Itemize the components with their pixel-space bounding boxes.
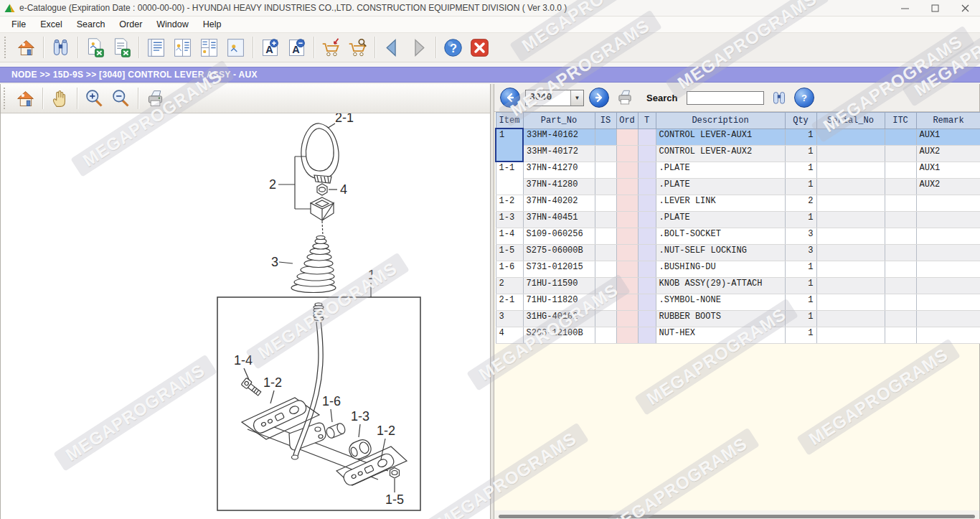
- table-header-row: Item Part_No IS Ord T Description Qty Se…: [496, 113, 980, 129]
- table-row[interactable]: 1-6S731-012015.BUSHING-DU1: [496, 261, 980, 277]
- page-select[interactable]: 3040 ▼: [525, 90, 584, 106]
- close-button[interactable]: [950, 0, 980, 16]
- nav-forward-button[interactable]: [405, 34, 432, 60]
- diagram-canvas[interactable]: 2-1 2 4: [1, 113, 490, 519]
- nav-back-icon: [382, 37, 402, 58]
- pan-button[interactable]: [47, 85, 73, 111]
- diagram-label-nut-bottom: 1-5: [385, 492, 404, 507]
- col-header-ord: Ord: [616, 113, 638, 129]
- cell-is: [595, 327, 616, 343]
- zoom-in-button[interactable]: [81, 85, 108, 111]
- table-row[interactable]: 1-337HN-40451.PLATE1: [496, 211, 980, 228]
- order-search-cart-button[interactable]: [344, 34, 371, 60]
- col-header-itc: ITC: [885, 113, 916, 129]
- table-row[interactable]: 1-137HN-41270.PLATE1AUX1: [496, 162, 980, 178]
- cell-qty: 1: [785, 294, 816, 310]
- menu-order[interactable]: Order: [112, 18, 149, 31]
- table-row[interactable]: 271HU-11590KNOB ASSY(29)-ATTACH1: [496, 277, 980, 294]
- font-increase-button[interactable]: A: [257, 34, 283, 60]
- cell-part-no: 71HU-11590: [523, 277, 595, 294]
- cell-t: [638, 261, 656, 277]
- close-icon: [961, 4, 969, 12]
- cell-t: [638, 310, 656, 327]
- cell-is: [595, 244, 616, 261]
- cell-remark: AUX2: [916, 178, 980, 195]
- table-row[interactable]: 33HM-40172CONTROL LEVER-AUX21AUX2: [496, 145, 980, 162]
- prev-page-button[interactable]: [500, 88, 520, 108]
- home-icon: [15, 88, 36, 109]
- cell-part-no: 33HM-40162: [523, 128, 595, 145]
- cell-ord: [616, 162, 638, 178]
- parts-print-button[interactable]: [614, 87, 636, 108]
- cell-qty: 1: [785, 128, 816, 145]
- diagram-home-button[interactable]: [12, 85, 39, 111]
- table-row[interactable]: 1-237HN-40202.LEVER LINK2: [496, 195, 980, 211]
- menu-window[interactable]: Window: [149, 18, 195, 31]
- menu-file[interactable]: File: [4, 18, 33, 31]
- table-row[interactable]: 1-4S109-060256.BOLT-SOCKET3: [496, 228, 980, 244]
- cart-add-icon: [321, 37, 341, 58]
- font-decrease-button[interactable]: A: [283, 34, 310, 60]
- col-header-item: Item: [496, 113, 523, 129]
- menu-bar: File Excel Search Order Window Help: [0, 17, 980, 33]
- cell-description: RUBBER BOOTS: [656, 310, 785, 327]
- home-button[interactable]: [13, 34, 39, 60]
- chevron-down-icon[interactable]: ▼: [570, 90, 583, 106]
- menu-excel[interactable]: Excel: [33, 18, 70, 31]
- table-row[interactable]: 133HM-40162CONTROL LEVER-AUX11AUX1: [496, 128, 980, 145]
- cell-t: [638, 277, 656, 294]
- cell-item: 1-4: [496, 228, 523, 244]
- cell-remark: AUX1: [916, 162, 980, 178]
- export-list-excel-button[interactable]: [108, 34, 135, 60]
- diagram-print-button[interactable]: [142, 85, 169, 111]
- cell-is: [595, 162, 616, 178]
- parts-search-button[interactable]: [769, 87, 789, 108]
- font-decrease-icon: A: [286, 37, 307, 58]
- cell-serial-no: [816, 195, 885, 211]
- menu-help[interactable]: Help: [196, 18, 229, 31]
- view-split-button[interactable]: [169, 34, 196, 60]
- menu-search[interactable]: Search: [70, 18, 113, 31]
- cell-ord: [616, 195, 638, 211]
- cell-serial-no: [816, 128, 885, 145]
- order-add-cart-button[interactable]: [318, 34, 344, 60]
- view-split-bottom-button[interactable]: [196, 34, 222, 60]
- export-list-excel-icon: [111, 37, 132, 58]
- cell-ord: [616, 211, 638, 228]
- help-icon: ?: [443, 37, 463, 58]
- cell-itc: [885, 327, 916, 343]
- nav-back-button[interactable]: [379, 34, 405, 60]
- table-row[interactable]: 1-5S275-06000B.NUT-SELF LOCKING3: [496, 244, 980, 261]
- cell-remark: [916, 195, 980, 211]
- cell-part-no: 37HN-41270: [523, 162, 595, 178]
- cell-ord: [616, 228, 638, 244]
- cell-ord: [616, 244, 638, 261]
- find-button[interactable]: [47, 34, 74, 60]
- cell-item: 4: [496, 327, 523, 343]
- help-button[interactable]: ?: [440, 34, 466, 60]
- parts-help-button[interactable]: ?: [794, 88, 814, 108]
- col-header-t: T: [638, 113, 656, 129]
- search-input[interactable]: [687, 91, 764, 105]
- table-row[interactable]: 2-171HU-11820.SYMBOL-NONE1: [496, 294, 980, 310]
- next-page-button[interactable]: [589, 88, 609, 108]
- table-row[interactable]: 37HN-41280.PLATE1AUX2: [496, 178, 980, 195]
- export-image-excel-button[interactable]: [82, 34, 108, 60]
- maximize-button[interactable]: [920, 0, 950, 16]
- application-window: e-Catalogue (Expiration Date : 0000-00-0…: [0, 0, 980, 519]
- cell-ord: [616, 261, 638, 277]
- cell-t: [638, 128, 656, 145]
- cell-itc: [885, 261, 916, 277]
- table-row[interactable]: 4S206-12100BNUT-HEX1: [496, 327, 980, 343]
- scrollbar-thumb[interactable]: [499, 515, 975, 518]
- horizontal-scrollbar[interactable]: [494, 510, 979, 519]
- view-image-button[interactable]: [222, 34, 249, 60]
- zoom-out-button[interactable]: [108, 85, 134, 111]
- cell-part-no: 37HN-41280: [523, 178, 595, 195]
- table-row[interactable]: 331HG-40102RUBBER BOOTS1: [496, 310, 980, 327]
- cell-ord: [616, 277, 638, 294]
- minimize-button[interactable]: [890, 0, 920, 16]
- view-list-button[interactable]: [143, 34, 169, 60]
- diagram-label-knob-group: 2: [269, 177, 276, 192]
- exit-button[interactable]: [466, 34, 493, 60]
